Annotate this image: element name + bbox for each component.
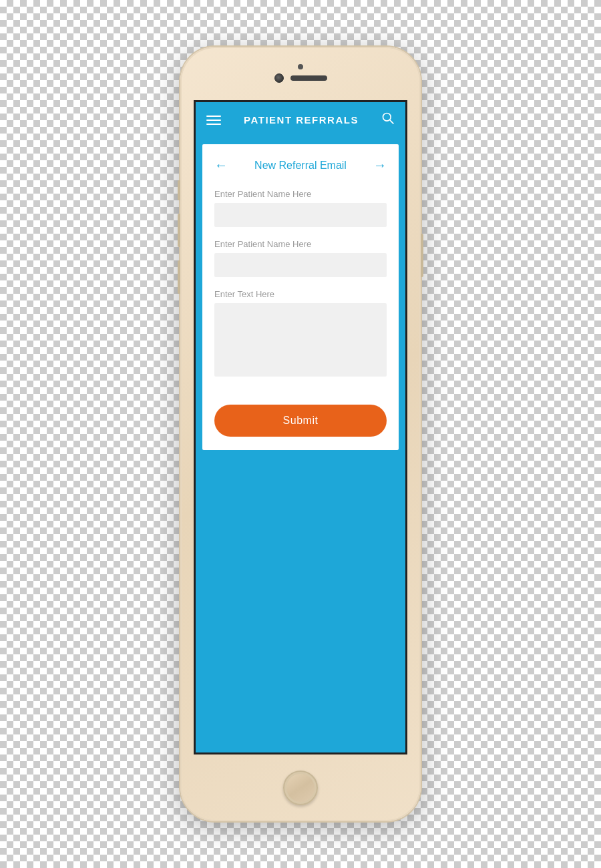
- volume-up-button: [178, 214, 180, 247]
- patient-name-input-1[interactable]: [214, 203, 387, 227]
- phone-shell: PATIENT REFRRALS ← New Referral Email →: [180, 47, 421, 821]
- app-content: ← New Referral Email → Enter Patient Nam…: [196, 138, 405, 752]
- svg-line-1: [390, 120, 393, 124]
- back-arrow-button[interactable]: ←: [214, 158, 228, 173]
- app-title: PATIENT REFRRALS: [244, 114, 359, 126]
- navigation-row: ← New Referral Email →: [214, 158, 387, 173]
- text-textarea[interactable]: [214, 303, 387, 377]
- app-header: PATIENT REFRRALS: [196, 102, 405, 138]
- patient-name-field-1: Enter Patient Name Here: [214, 189, 387, 227]
- front-sensor: [298, 64, 303, 69]
- field3-label: Enter Text Here: [214, 289, 387, 299]
- svg-point-0: [383, 114, 391, 122]
- search-icon: [381, 112, 395, 125]
- text-field: Enter Text Here: [214, 289, 387, 379]
- speaker-grille: [290, 75, 327, 81]
- forward-arrow-button[interactable]: →: [373, 158, 387, 173]
- power-button: [421, 234, 423, 277]
- page-title: New Referral Email: [254, 160, 347, 172]
- content-card: ← New Referral Email → Enter Patient Nam…: [202, 144, 399, 450]
- home-button[interactable]: [283, 771, 318, 805]
- field2-label: Enter Patient Name Here: [214, 239, 387, 249]
- top-bar: [274, 73, 327, 83]
- volume-down-button: [178, 260, 180, 294]
- hamburger-menu-button[interactable]: [206, 116, 221, 125]
- phone-top: [180, 47, 421, 100]
- search-button[interactable]: [381, 112, 395, 128]
- patient-name-input-2[interactable]: [214, 253, 387, 277]
- phone-bottom: [283, 754, 318, 821]
- phone-screen: PATIENT REFRRALS ← New Referral Email →: [194, 100, 407, 754]
- submit-button[interactable]: Submit: [214, 405, 387, 437]
- field1-label: Enter Patient Name Here: [214, 189, 387, 199]
- patient-name-field-2: Enter Patient Name Here: [214, 239, 387, 277]
- front-camera: [274, 73, 284, 83]
